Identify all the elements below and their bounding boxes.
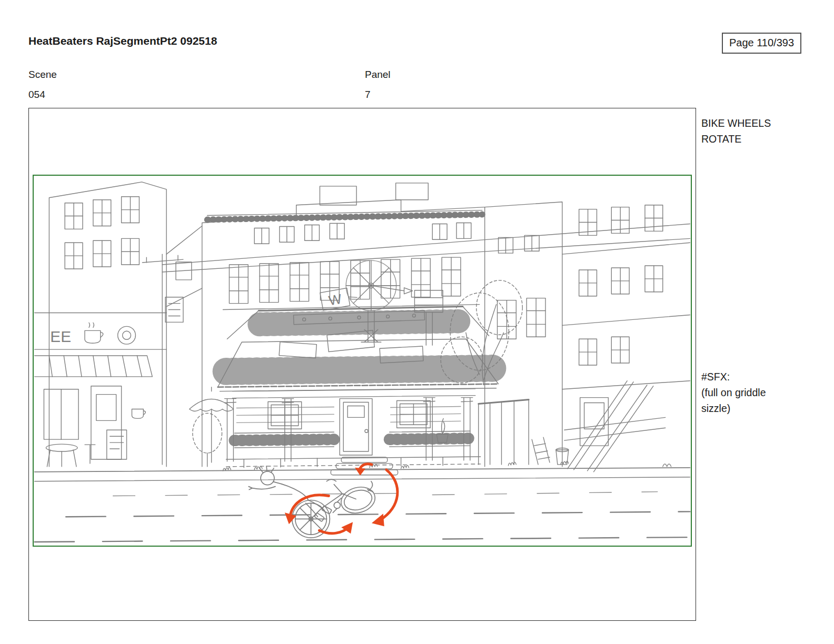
panel-number: 7 (365, 89, 371, 100)
storyboard-page: { "header": { "title": "HeatBeaters RajS… (0, 0, 834, 644)
house-window-left (268, 402, 302, 429)
coffee-cup-icon (85, 323, 103, 343)
storyboard-panel: EE (33, 175, 692, 547)
scene-label: Scene (28, 69, 57, 80)
house-window-right (397, 401, 431, 428)
sfx-label: #SFX: (701, 369, 785, 385)
ladder (532, 437, 550, 465)
power-pole (142, 254, 183, 465)
sfx-text: (full on griddle sizzle) (701, 385, 785, 416)
character-and-bike (249, 466, 378, 538)
weathervane-letter: W (327, 291, 343, 308)
storyboard-frame: EE (28, 108, 696, 621)
porch-railing (234, 431, 470, 448)
scene-number: 054 (28, 89, 45, 100)
document-title: HeatBeaters RajSegmentPt2 092518 (28, 35, 217, 47)
storyboard-panel-drawing: EE (34, 176, 691, 546)
cafe-sign-text: EE (50, 328, 71, 345)
house-door (340, 399, 372, 455)
right-buildings (485, 202, 690, 472)
street (35, 461, 690, 542)
sfx-note: #SFX: (full on griddle sizzle) (701, 369, 785, 417)
left-buildings: EE (35, 182, 202, 467)
page-number-box: Page 110/393 (722, 33, 801, 54)
shed (479, 400, 529, 465)
small-coffee-cup-icon (132, 409, 145, 418)
cafe-awning (35, 356, 153, 377)
bike (292, 479, 378, 538)
action-note: BIKE WHEELS ROTATE (701, 115, 780, 147)
panel-label: Panel (365, 69, 391, 80)
